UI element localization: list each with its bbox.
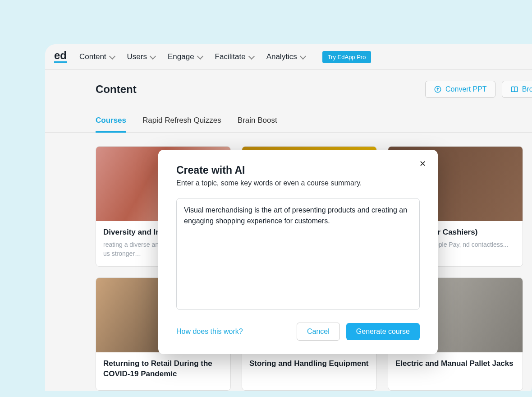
nav-label: Content [79, 52, 106, 61]
tabs: Courses Rapid Refresh Quizzes Brain Boos… [45, 116, 532, 133]
try-pro-button[interactable]: Try EdApp Pro [322, 51, 371, 63]
generate-course-button[interactable]: Generate course [346, 323, 420, 340]
card-body: Electric and Manual Pallet Jacks [388, 352, 523, 380]
chevron-down-icon [109, 53, 115, 59]
card-title: Storing and Handling Equipment [249, 359, 369, 369]
tab-courses[interactable]: Courses [96, 116, 126, 133]
logo: ed [54, 51, 67, 62]
nav-facilitate[interactable]: Facilitate [215, 52, 254, 61]
nav-label: Facilitate [215, 52, 246, 61]
cancel-button[interactable]: Cancel [297, 323, 340, 341]
create-with-ai-modal: ✕ Create with AI Enter a topic, some key… [158, 150, 438, 354]
chevron-down-icon [248, 53, 255, 59]
nav-label: Engage [168, 52, 194, 61]
browse-button[interactable]: Browse [502, 81, 532, 98]
close-icon: ✕ [419, 159, 426, 168]
card-title: Electric and Manual Pallet Jacks [395, 359, 515, 369]
nav-content[interactable]: Content [79, 52, 115, 61]
nav-label: Users [127, 52, 147, 61]
book-icon [510, 85, 518, 93]
page-title: Content [96, 83, 137, 96]
card-body: Storing and Handling Equipment [242, 352, 376, 380]
nav-analytics[interactable]: Analytics [266, 52, 305, 61]
chevron-down-icon [300, 53, 306, 59]
nav-engage[interactable]: Engage [168, 52, 202, 61]
modal-title: Create with AI [176, 164, 420, 176]
chevron-down-icon [150, 53, 156, 59]
card-body: Returning to Retail During the COVID-19 … [96, 352, 230, 390]
how-does-this-work-link[interactable]: How does this work? [176, 328, 243, 336]
top-nav: ed Content Users Engage Facilitate Analy… [45, 44, 532, 70]
card-title: Returning to Retail During the COVID-19 … [103, 359, 223, 379]
button-label: Browse [522, 85, 532, 93]
page-header: Content Convert PPT Browse [96, 81, 532, 98]
button-label: Convert PPT [445, 85, 487, 93]
nav-users[interactable]: Users [127, 52, 155, 61]
topic-textarea[interactable] [176, 198, 420, 310]
tab-rapid-refresh[interactable]: Rapid Refresh Quizzes [142, 116, 221, 132]
page-actions: Convert PPT Browse [425, 81, 532, 98]
nav-label: Analytics [266, 52, 297, 61]
upload-icon [434, 85, 442, 93]
tab-brain-boost[interactable]: Brain Boost [238, 116, 277, 132]
close-button[interactable]: ✕ [419, 160, 426, 168]
modal-footer: How does this work? Cancel Generate cour… [176, 323, 420, 341]
chevron-down-icon [197, 53, 203, 59]
convert-ppt-button[interactable]: Convert PPT [425, 81, 495, 98]
modal-subtitle: Enter a topic, some key words or even a … [176, 179, 420, 187]
